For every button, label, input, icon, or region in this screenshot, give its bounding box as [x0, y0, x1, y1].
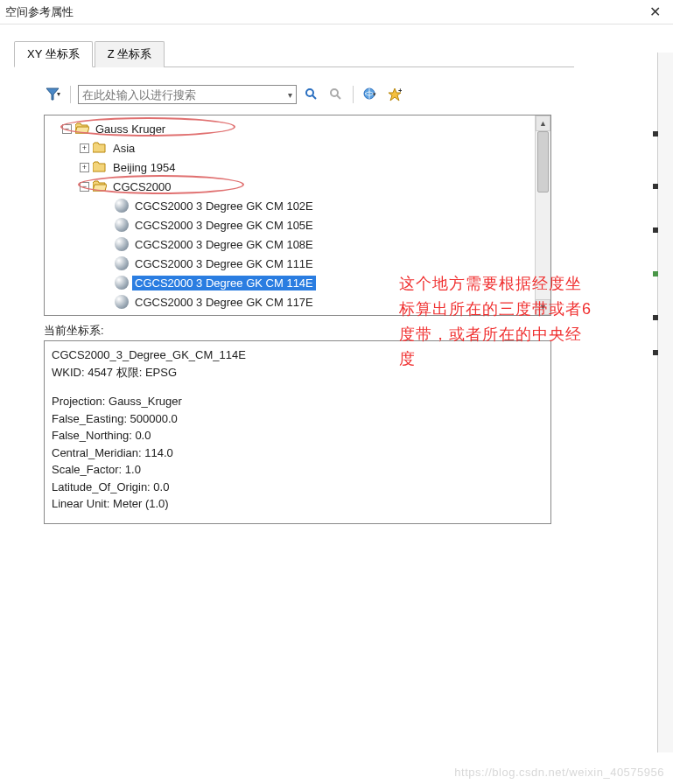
side-panel: [657, 52, 673, 752]
globe-icon: [115, 199, 129, 213]
spacer: [52, 381, 543, 393]
window-title: 空间参考属性: [5, 4, 642, 20]
side-tick: [653, 271, 658, 276]
tree-item-label: CGCS2000 3 Degree GK CM 108E: [132, 237, 316, 252]
globe-icon: [115, 218, 129, 232]
star-icon[interactable]: +: [385, 85, 404, 104]
collapse-icon[interactable]: −: [80, 182, 89, 192]
separator: [353, 86, 354, 103]
tree-node-beijing[interactable]: + Beijing 1954: [45, 158, 535, 177]
tree-node-cgcs2000[interactable]: − CGCS2000: [45, 177, 535, 196]
tree-item-label: CGCS2000 3 Degree GK CM 117E: [132, 295, 316, 310]
tree-label: CGCS2000: [110, 179, 173, 194]
watermark: https://blog.csdn.net/weixin_40575956: [454, 766, 664, 779]
tree-item-label: CGCS2000 3 Degree GK CM 114E: [132, 276, 316, 290]
folder-icon: [93, 142, 107, 154]
folder-open-icon: [93, 180, 107, 192]
side-tick: [653, 228, 658, 233]
tree-label: Asia: [110, 141, 137, 156]
svg-text:▾: ▾: [373, 91, 376, 97]
svg-line-3: [312, 95, 316, 99]
titlebar: 空间参考属性 ✕: [0, 0, 673, 24]
search-box[interactable]: ▾: [78, 85, 297, 104]
tree-item[interactable]: CGCS2000 3 Degree GK CM 105E: [45, 215, 535, 234]
tree-item[interactable]: CGCS2000 3 Degree GK CM 111E: [45, 254, 535, 273]
scroll-up-arrow[interactable]: ▲: [536, 116, 550, 131]
tree-node-asia[interactable]: + Asia: [45, 138, 535, 158]
svg-text:▾: ▾: [57, 90, 60, 98]
details-projection: Projection: Gauss_Kruger: [52, 393, 543, 410]
tab-xy[interactable]: XY 坐标系: [14, 41, 93, 67]
tree-label: Gauss Kruger: [93, 122, 168, 136]
search-icon[interactable]: [302, 85, 321, 104]
tree-label: Beijing 1954: [110, 160, 179, 175]
svg-point-4: [331, 89, 338, 96]
globe-icon: [115, 256, 129, 270]
side-tick: [653, 184, 658, 189]
svg-line-5: [337, 95, 340, 99]
expand-icon[interactable]: +: [80, 144, 89, 153]
folder-open-icon: [75, 122, 89, 135]
annotation-text: 这个地方需要根据经度坐标算出所在的三度带或者6度带，或者所在的中央经度: [399, 271, 592, 372]
globe-icon: [115, 276, 129, 290]
svg-point-2: [306, 89, 313, 96]
globe-icon[interactable]: ▾: [361, 85, 380, 104]
tab-strip: XY 坐标系 Z 坐标系: [14, 40, 574, 67]
tab-z[interactable]: Z 坐标系: [95, 41, 165, 67]
globe-icon: [115, 237, 129, 251]
toolbar: ▾ ▾ ▾ +: [44, 85, 560, 104]
side-tick: [653, 350, 658, 355]
tree-item[interactable]: CGCS2000 3 Degree GK CM 102E: [45, 196, 535, 215]
details-scale-factor: Scale_Factor: 1.0: [52, 461, 543, 479]
expand-icon[interactable]: +: [80, 163, 89, 172]
side-tick: [653, 131, 658, 136]
details-linear-unit: Linear Unit: Meter (1.0): [52, 495, 543, 513]
details-false-easting: False_Easting: 500000.0: [52, 410, 543, 428]
tree-node-gauss-kruger[interactable]: − Gauss Kruger: [45, 119, 535, 138]
close-icon[interactable]: ✕: [642, 4, 668, 20]
scroll-thumb[interactable]: [537, 131, 549, 192]
details-false-northing: False_Northing: 0.0: [52, 427, 543, 444]
tree-item-label: CGCS2000 3 Degree GK CM 102E: [132, 199, 316, 214]
search-input[interactable]: [82, 88, 288, 102]
details-latitude-origin: Latitude_Of_Origin: 0.0: [52, 479, 543, 496]
folder-icon: [93, 161, 107, 173]
svg-text:+: +: [398, 88, 402, 94]
tree-item[interactable]: CGCS2000 3 Degree GK CM 108E: [45, 234, 535, 254]
tree-item-label: CGCS2000 3 Degree GK CM 105E: [132, 218, 316, 233]
tree-item-label: CGCS2000 3 Degree GK CM 111E: [132, 256, 316, 271]
chevron-down-icon[interactable]: ▾: [288, 90, 292, 100]
details-central-meridian: Central_Meridian: 114.0: [52, 444, 543, 462]
collapse-icon[interactable]: −: [62, 124, 72, 134]
globe-icon: [115, 295, 129, 309]
search-disabled-icon: [326, 85, 346, 104]
filter-icon[interactable]: ▾: [44, 85, 63, 104]
side-tick: [653, 315, 658, 320]
separator: [70, 86, 71, 103]
